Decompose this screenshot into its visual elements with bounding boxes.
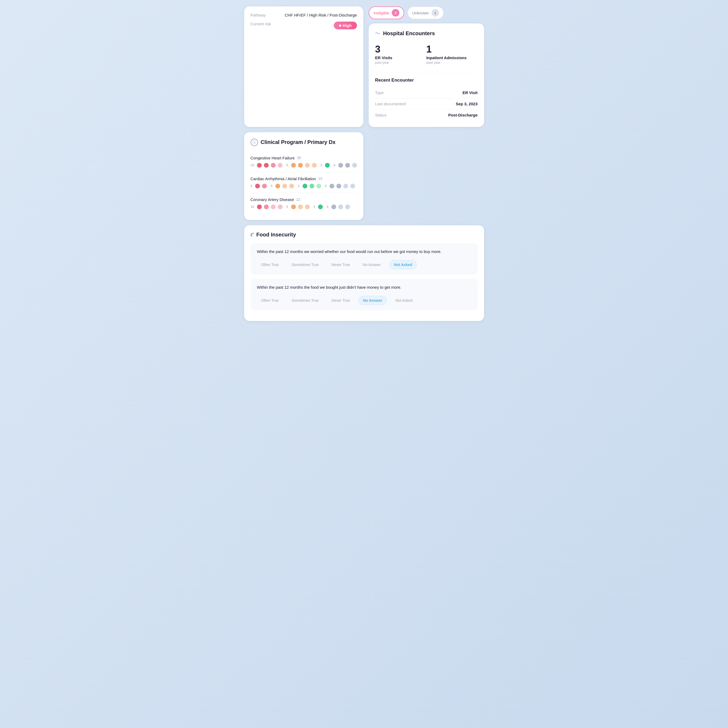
- dot-groups-0: 18 9 3 9: [251, 163, 357, 168]
- dot: [282, 184, 287, 188]
- dot: [338, 205, 343, 209]
- food-insecurity-card: ⑈ Food Insecurity Within the past 12 mon…: [244, 225, 484, 321]
- pathway-row: Pathway CHF HFrEF / High Risk / Post-Dis…: [251, 13, 357, 17]
- dot: [278, 163, 283, 168]
- dot: [309, 184, 314, 188]
- pathway-label: Pathway: [251, 13, 277, 17]
- ineligible-badge[interactable]: Ineligible 2: [369, 6, 404, 19]
- dot: [350, 184, 355, 188]
- answer-not-asked-0[interactable]: Not Asked: [390, 260, 417, 269]
- answer-often-true-0[interactable]: Often True: [257, 260, 283, 269]
- status-label: Status: [375, 113, 387, 117]
- admissions-label: Inpatient Admissions: [426, 55, 477, 61]
- risk-label: Current risk: [251, 21, 277, 26]
- dot-groups-2: 18 9 3 9: [251, 205, 357, 209]
- top-right-section: Ineligible 2 Unknown 1 〜 Hospital Encoun…: [369, 6, 484, 127]
- dot: [305, 163, 310, 168]
- dx-item-0: Congestive Heart Failure 36 18 9 3 9: [251, 151, 357, 172]
- dot: [271, 163, 275, 168]
- dx-name-2: Coronary Artery Disease: [251, 197, 294, 202]
- fork-icon: ⑈: [251, 232, 254, 238]
- dx-name-0: Congestive Heart Failure: [251, 156, 295, 160]
- dx-name-1: Cardiac Arrhythmia / Atrial Fibrillation: [251, 176, 316, 181]
- er-visits-label: ER Visits: [375, 55, 426, 61]
- dot: [318, 205, 323, 209]
- recent-encounter-title: Recent Encounter: [375, 78, 478, 83]
- answer-no-answer-1[interactable]: No Answer: [358, 296, 387, 305]
- dot: [345, 163, 350, 168]
- question-text-1: Within the past 12 months the food we bo…: [257, 284, 471, 291]
- unknown-badge[interactable]: Unknown 1: [407, 6, 444, 19]
- admissions-stat: 1 Inpatient Admissions past year: [426, 42, 477, 67]
- ineligible-count: 2: [392, 9, 399, 17]
- food-header: ⑈ Food Insecurity: [251, 232, 478, 238]
- dx-item-1: Cardiac Arrhythmia / Atrial Fibrillation…: [251, 172, 357, 193]
- admissions-sub: past year: [426, 61, 477, 64]
- answer-not-asked-1[interactable]: Not Asked: [391, 296, 417, 305]
- status-badges: Ineligible 2 Unknown 1: [369, 6, 484, 19]
- hospital-title: Hospital Encounters: [383, 31, 435, 37]
- dot: [298, 205, 303, 209]
- dot: [338, 163, 343, 168]
- dot: [336, 184, 341, 188]
- er-visits-sub: past year: [375, 61, 426, 64]
- dx-count-0: 36: [297, 156, 301, 160]
- dx-item-2: Coronary Artery Disease 12 18 9 3 9: [251, 193, 357, 214]
- dx-count-1: 15: [318, 176, 322, 181]
- status-value: Post-Discharge: [448, 113, 477, 117]
- question-block-0: Within the past 12 months we worried whe…: [251, 243, 478, 275]
- risk-badge: High: [334, 21, 357, 29]
- clinical-program-card: ⓘ Clinical Program / Primary Dx Congesti…: [244, 132, 363, 220]
- dot: [303, 184, 307, 188]
- dot: [343, 184, 348, 188]
- answer-row-1: Often True Sometimes True Never True No …: [257, 296, 471, 305]
- dot: [345, 205, 350, 209]
- answer-never-true-0[interactable]: Never True: [327, 260, 354, 269]
- dot: [257, 163, 262, 168]
- question-text-0: Within the past 12 months we worried whe…: [257, 248, 471, 255]
- answer-sometimes-true-0[interactable]: Sometimes True: [288, 260, 323, 269]
- hospital-header: 〜 Hospital Encounters: [375, 30, 478, 37]
- unknown-label: Unknown: [412, 11, 429, 15]
- answer-never-true-1[interactable]: Never True: [327, 296, 354, 305]
- er-visits-stat: 3 ER Visits past year: [375, 42, 426, 67]
- encounters-grid: 3 ER Visits past year 1 Inpatient Admiss…: [375, 42, 478, 72]
- dot: [262, 184, 267, 188]
- dot: [291, 205, 296, 209]
- answer-often-true-1[interactable]: Often True: [257, 296, 283, 305]
- dot: [305, 205, 310, 209]
- dot: [257, 205, 262, 209]
- hospital-encounters-card: 〜 Hospital Encounters 3 ER Visits past y…: [369, 23, 484, 127]
- dot: [271, 205, 275, 209]
- admissions-number: 1: [426, 44, 477, 54]
- encounter-date-row: Last documented Sep 3, 2023: [375, 98, 478, 110]
- dot: [331, 205, 336, 209]
- dot: [329, 184, 334, 188]
- dot: [264, 163, 269, 168]
- dot: [325, 163, 330, 168]
- question-block-1: Within the past 12 months the food we bo…: [251, 279, 478, 310]
- dot: [278, 205, 283, 209]
- dot: [289, 184, 294, 188]
- answer-no-answer-0[interactable]: No Answer: [358, 260, 385, 269]
- pathway-value: CHF HFrEF / High Risk / Post-Discharge: [285, 13, 357, 17]
- dot: [255, 184, 260, 188]
- dx-count-2: 12: [296, 197, 300, 202]
- encounter-type-row: Type ER Visit: [375, 87, 478, 98]
- clinical-title: Clinical Program / Primary Dx: [261, 139, 336, 145]
- answer-sometimes-true-1[interactable]: Sometimes True: [288, 296, 323, 305]
- dot: [291, 163, 296, 168]
- info-icon: ⓘ: [251, 139, 258, 146]
- dot: [275, 184, 280, 188]
- type-value: ER Visit: [462, 90, 477, 95]
- answer-row-0: Often True Sometimes True Never True No …: [257, 260, 471, 269]
- er-visits-number: 3: [375, 44, 426, 54]
- pathway-card: Pathway CHF HFrEF / High Risk / Post-Dis…: [244, 6, 363, 127]
- dot: [312, 163, 317, 168]
- pulse-icon: 〜: [375, 30, 381, 37]
- food-title: Food Insecurity: [257, 232, 296, 238]
- dot: [317, 184, 321, 188]
- dot: [264, 205, 269, 209]
- dot-groups-1: 9 9 3 9: [251, 184, 357, 188]
- risk-row: Current risk High: [251, 21, 357, 29]
